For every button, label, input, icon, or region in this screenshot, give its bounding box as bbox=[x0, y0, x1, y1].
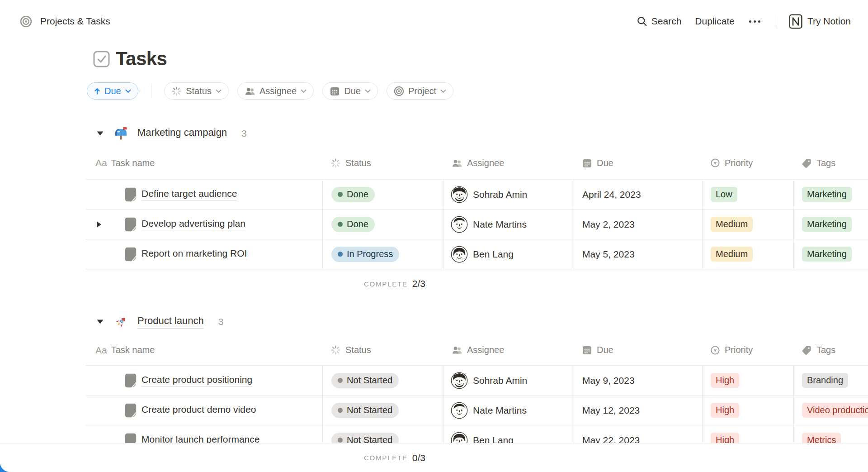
filter-pill-assignee[interactable]: Assignee bbox=[237, 82, 314, 100]
breadcrumb-page-title: Projects & Tasks bbox=[40, 16, 110, 27]
column-header-status[interactable]: Status bbox=[322, 158, 443, 168]
task-name-link[interactable]: Report on marketing ROI bbox=[142, 248, 247, 260]
priority-pill[interactable]: Medium bbox=[711, 217, 753, 232]
task-name-cell[interactable]: Report on marketing ROI bbox=[86, 239, 322, 269]
try-notion-button[interactable]: Try Notion bbox=[789, 14, 851, 29]
tag-pill[interactable]: Video production bbox=[802, 403, 868, 418]
chevron-down-icon bbox=[125, 89, 131, 93]
status-pill[interactable]: Not Started bbox=[331, 403, 399, 418]
column-header-task-name[interactable]: Aa Task name bbox=[86, 345, 322, 356]
column-header-tags[interactable]: Tags bbox=[793, 345, 868, 355]
collapse-triangle-icon[interactable] bbox=[96, 319, 104, 324]
duplicate-button[interactable]: Duplicate bbox=[695, 16, 735, 27]
group-count: 3 bbox=[241, 128, 247, 139]
group-title-link[interactable]: Product launch bbox=[137, 315, 204, 329]
task-name-cell[interactable]: Create product positioning bbox=[86, 366, 322, 395]
mailbox-emoji bbox=[114, 127, 128, 141]
group-marketing-campaign: Marketing campaign 3 Aa Task name Status… bbox=[0, 124, 868, 298]
column-header-assignee[interactable]: Assignee bbox=[443, 345, 574, 355]
due-cell[interactable]: May 5, 2023 bbox=[574, 239, 702, 269]
page-icon bbox=[125, 247, 137, 262]
task-name-cell[interactable]: Create product demo video bbox=[86, 396, 322, 425]
avatar bbox=[451, 402, 468, 419]
status-dot-icon bbox=[338, 192, 343, 197]
priority-pill[interactable]: High bbox=[711, 403, 739, 418]
assignee-cell[interactable]: Sohrab Amin bbox=[443, 366, 574, 395]
sort-pill-label: Due bbox=[104, 86, 121, 96]
group-complete-footer[interactable]: COMPLETE 0/3 bbox=[86, 443, 703, 472]
task-name-link[interactable]: Create product demo video bbox=[142, 404, 256, 416]
column-header-status[interactable]: Status bbox=[322, 345, 443, 355]
due-cell[interactable]: May 2, 2023 bbox=[574, 210, 702, 239]
checkbox-icon bbox=[93, 51, 110, 67]
column-header-priority[interactable]: Priority bbox=[702, 158, 793, 168]
calendar-icon bbox=[330, 86, 340, 96]
sticky-complete-bar: COMPLETE 0/3 bbox=[0, 443, 868, 472]
column-header-due[interactable]: Due bbox=[574, 158, 702, 168]
expand-toggle-icon[interactable] bbox=[96, 221, 110, 228]
status-pill[interactable]: Done bbox=[331, 217, 375, 232]
status-dot-icon bbox=[338, 222, 343, 227]
filter-pill-project[interactable]: Project bbox=[387, 82, 453, 100]
page-icon bbox=[125, 403, 137, 418]
due-cell[interactable]: May 12, 2023 bbox=[574, 396, 702, 425]
due-cell[interactable]: April 24, 2023 bbox=[574, 180, 702, 209]
priority-pill[interactable]: Low bbox=[711, 187, 737, 202]
column-header-assignee[interactable]: Assignee bbox=[443, 158, 574, 168]
column-header-task-name[interactable]: Aa Task name bbox=[86, 157, 322, 168]
assignee-name: Nate Martins bbox=[473, 219, 527, 230]
task-name-cell[interactable]: Develop advertising plan bbox=[86, 210, 322, 239]
page-header: Tasks bbox=[93, 48, 167, 70]
assignee-cell[interactable]: Ben Lang bbox=[443, 239, 574, 269]
priority-pill[interactable]: Medium bbox=[711, 247, 753, 262]
group-title-link[interactable]: Marketing campaign bbox=[137, 127, 227, 140]
chevron-down-icon bbox=[216, 89, 222, 93]
page-title: Tasks bbox=[116, 48, 167, 70]
column-header-tags[interactable]: Tags bbox=[793, 158, 868, 168]
task-name-link[interactable]: Develop advertising plan bbox=[142, 218, 245, 230]
due-cell[interactable]: May 9, 2023 bbox=[574, 366, 702, 395]
priority-cell: Medium bbox=[702, 210, 793, 239]
people-icon bbox=[245, 86, 255, 96]
table-row: Define target audience Done Sohrab Amin … bbox=[86, 180, 868, 210]
table-row: Create product positioning Not Started S… bbox=[86, 366, 868, 396]
more-button[interactable] bbox=[748, 20, 761, 23]
search-button[interactable]: Search bbox=[637, 16, 682, 27]
arrow-up-icon bbox=[94, 88, 100, 95]
group-complete-footer[interactable]: COMPLETE 2/3 bbox=[86, 269, 703, 298]
assignee-cell[interactable]: Sohrab Amin bbox=[443, 180, 574, 209]
text-aa-icon: Aa bbox=[95, 345, 107, 356]
sort-pill-due[interactable]: Due bbox=[87, 82, 138, 100]
table-row: Create product demo video Not Started Na… bbox=[86, 396, 868, 425]
table-row: Report on marketing ROI In Progress Ben … bbox=[86, 239, 868, 269]
tag-pill[interactable]: Marketing bbox=[802, 217, 852, 232]
topbar: Projects & Tasks Search Duplicate Try No… bbox=[0, 0, 868, 43]
tag-pill[interactable]: Branding bbox=[802, 373, 848, 388]
task-name-link[interactable]: Define target audience bbox=[142, 188, 237, 200]
filter-pill-due[interactable]: Due bbox=[322, 82, 378, 100]
search-icon bbox=[637, 16, 647, 27]
status-pill[interactable]: In Progress bbox=[331, 247, 399, 262]
page-icon bbox=[125, 187, 137, 202]
assignee-cell[interactable]: Nate Martins bbox=[443, 210, 574, 239]
collapse-triangle-icon[interactable] bbox=[96, 131, 104, 136]
status-pill[interactable]: Not Started bbox=[331, 373, 399, 388]
filter-pill-label: Due bbox=[344, 86, 361, 96]
filter-pill-label: Assignee bbox=[259, 86, 297, 96]
tags-cell: Video production bbox=[793, 396, 868, 425]
status-spinner-icon bbox=[330, 345, 341, 355]
avatar bbox=[451, 246, 468, 263]
assignee-cell[interactable]: Nate Martins bbox=[443, 396, 574, 425]
column-header-due[interactable]: Due bbox=[574, 345, 702, 355]
tag-pill[interactable]: Marketing bbox=[802, 247, 852, 262]
filter-pill-status[interactable]: Status bbox=[164, 82, 229, 100]
status-spinner-icon bbox=[171, 86, 182, 96]
priority-pill[interactable]: High bbox=[711, 373, 739, 388]
breadcrumb[interactable]: Projects & Tasks bbox=[20, 15, 110, 28]
task-name-cell[interactable]: Define target audience bbox=[86, 180, 322, 209]
complete-label: COMPLETE bbox=[364, 280, 408, 288]
column-header-priority[interactable]: Priority bbox=[702, 345, 793, 355]
task-name-link[interactable]: Create product positioning bbox=[142, 374, 252, 386]
tag-pill[interactable]: Marketing bbox=[802, 187, 852, 202]
status-pill[interactable]: Done bbox=[331, 187, 375, 202]
